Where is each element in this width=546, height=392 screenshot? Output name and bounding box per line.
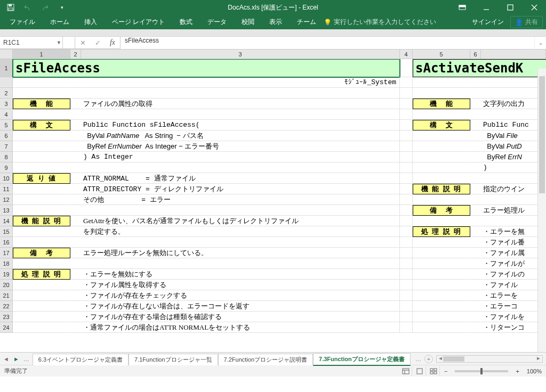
label-kinou-setsumei[interactable]: 機 能 説 明 bbox=[13, 216, 70, 226]
svg-rect-16 bbox=[434, 372, 437, 374]
row-header[interactable]: 14 bbox=[0, 216, 13, 226]
sheet-tab[interactable]: 6.3イベントプロシージャ定義書 bbox=[33, 354, 129, 365]
ribbon-tabs: ファイル ホーム 挿入 ページ レイアウト 数式 データ 校閲 表示 チーム 💡… bbox=[0, 15, 546, 29]
row-header[interactable]: 2 bbox=[0, 88, 13, 99]
zoom-slider[interactable] bbox=[455, 370, 508, 372]
label-bikou[interactable]: 備 考 bbox=[13, 248, 70, 258]
row-header[interactable]: 15 bbox=[0, 226, 13, 237]
zoom-out-icon[interactable]: − bbox=[442, 368, 449, 374]
row-header[interactable]: 18 bbox=[0, 258, 13, 269]
col-header[interactable]: 4 bbox=[400, 50, 413, 59]
page-break-view-icon[interactable] bbox=[428, 366, 440, 376]
tab-nav-next-icon[interactable]: ► bbox=[13, 356, 19, 362]
row-header[interactable]: 7 bbox=[0, 141, 13, 152]
new-sheet-icon[interactable]: + bbox=[424, 355, 433, 363]
row-header[interactable]: 24 bbox=[0, 322, 13, 333]
signin-link[interactable]: サインイン bbox=[472, 18, 504, 27]
row-header[interactable]: 12 bbox=[0, 194, 13, 205]
label-koubun[interactable]: 構 文 bbox=[413, 120, 470, 130]
sheet-tab[interactable]: 7.1Functionプロシージャ一覧 bbox=[129, 354, 218, 365]
page-layout-view-icon[interactable] bbox=[414, 366, 426, 376]
scrollbar-thumb[interactable] bbox=[443, 356, 464, 362]
tab-nav-prev-icon[interactable]: ◄ bbox=[3, 356, 9, 362]
tab-more-icon[interactable]: … bbox=[415, 356, 421, 362]
label-kinou[interactable]: 機 能 bbox=[13, 99, 70, 109]
spreadsheet-grid[interactable]: 1 2 3 4 5 6 1 sFileAccess sActivateSendK… bbox=[0, 50, 546, 352]
col-header[interactable] bbox=[481, 50, 546, 59]
label-kinou[interactable]: 機 能 bbox=[413, 99, 470, 109]
row-header[interactable]: 1 bbox=[0, 59, 13, 77]
row-header[interactable]: 11 bbox=[0, 184, 13, 194]
fx-icon[interactable]: fx bbox=[105, 38, 120, 47]
tab-file[interactable]: ファイル bbox=[2, 15, 43, 29]
tab-nav-more-icon[interactable]: … bbox=[23, 356, 29, 362]
row-header[interactable]: 21 bbox=[0, 290, 13, 301]
col-header[interactable]: 2 bbox=[70, 50, 81, 59]
formula-input[interactable]: sFileAccess bbox=[121, 37, 534, 49]
tab-data[interactable]: データ bbox=[200, 15, 234, 29]
row-header[interactable]: 10 bbox=[0, 173, 13, 184]
row-header[interactable] bbox=[0, 77, 13, 88]
tab-review[interactable]: 校閲 bbox=[234, 15, 262, 29]
minimize-button[interactable] bbox=[474, 0, 498, 15]
row-header[interactable]: 13 bbox=[0, 205, 13, 216]
row-header[interactable]: 16 bbox=[0, 237, 13, 248]
name-box[interactable]: R1C1 ▼ bbox=[0, 37, 63, 49]
sheet-tab-active[interactable]: 7.3Functionプロシージャ定義書 bbox=[313, 353, 411, 366]
row-header[interactable]: 17 bbox=[0, 248, 13, 258]
redo-icon[interactable] bbox=[38, 1, 51, 14]
tab-insert[interactable]: 挿入 bbox=[77, 15, 105, 29]
tab-home[interactable]: ホーム bbox=[43, 15, 77, 29]
title-cell-right[interactable]: sActivateSendK bbox=[413, 59, 546, 77]
col-header[interactable]: 3 bbox=[81, 50, 400, 59]
label-kinou-setsumei[interactable]: 機 能 説 明 bbox=[413, 184, 470, 194]
zoom-level[interactable]: 100% bbox=[527, 368, 542, 374]
module-name[interactable]: ﾓｼﾞｭｰﾙ_System bbox=[81, 77, 400, 88]
save-icon[interactable] bbox=[4, 1, 17, 14]
chevron-down-icon[interactable]: ▼ bbox=[57, 40, 61, 45]
scroll-left-icon[interactable]: ◄ bbox=[438, 355, 443, 361]
expand-formula-icon[interactable]: ⌄ bbox=[534, 37, 546, 49]
row-header[interactable]: 3 bbox=[0, 99, 13, 109]
col-header[interactable]: 6 bbox=[470, 50, 481, 59]
horizontal-scrollbar[interactable]: ◄ ► bbox=[436, 355, 543, 363]
ribbon-options-icon[interactable] bbox=[450, 0, 474, 15]
row-header[interactable]: 19 bbox=[0, 269, 13, 280]
scroll-right-icon[interactable]: ► bbox=[536, 355, 541, 361]
close-button[interactable] bbox=[522, 0, 546, 15]
tab-view[interactable]: 表示 bbox=[262, 15, 290, 29]
select-all-corner[interactable] bbox=[0, 50, 13, 59]
tab-team[interactable]: チーム bbox=[290, 15, 324, 29]
share-button[interactable]: 👤 共有 bbox=[510, 16, 543, 28]
cancel-formula-icon[interactable]: ✕ bbox=[75, 39, 90, 47]
zoom-in-icon[interactable]: + bbox=[513, 368, 521, 374]
row-header[interactable]: 23 bbox=[0, 312, 13, 322]
undo-icon[interactable] bbox=[21, 1, 34, 14]
tab-pagelayout[interactable]: ページ レイアウト bbox=[105, 15, 172, 29]
title-cell-left[interactable]: sFileAccess bbox=[13, 59, 400, 77]
label-koubun[interactable]: 構 文 bbox=[13, 120, 70, 130]
scrollbar-thumb[interactable] bbox=[539, 76, 545, 193]
label-shori-setsumei[interactable]: 処 理 説 明 bbox=[413, 226, 470, 237]
label-kaeri[interactable]: 返 り 値 bbox=[13, 173, 70, 184]
tab-formulas[interactable]: 数式 bbox=[172, 15, 200, 29]
row-header[interactable]: 20 bbox=[0, 280, 13, 290]
sheet-tab[interactable]: 7.2Functionプロシージャ説明書 bbox=[218, 354, 313, 365]
tell-me-search[interactable]: 💡 実行したい作業を入力してください bbox=[324, 18, 436, 27]
label-bikou[interactable]: 備 考 bbox=[413, 205, 470, 216]
row-header[interactable]: 22 bbox=[0, 301, 13, 312]
vertical-scrollbar[interactable] bbox=[537, 69, 546, 352]
zoom-thumb[interactable] bbox=[480, 368, 483, 374]
row-header[interactable]: 8 bbox=[0, 152, 13, 162]
enter-formula-icon[interactable]: ✓ bbox=[90, 39, 105, 47]
col-header[interactable]: 5 bbox=[413, 50, 470, 59]
row-header[interactable]: 4 bbox=[0, 109, 13, 120]
qat-customize-icon[interactable]: ▾ bbox=[55, 1, 68, 14]
col-header[interactable]: 1 bbox=[13, 50, 70, 59]
row-header[interactable]: 5 bbox=[0, 120, 13, 130]
normal-view-icon[interactable] bbox=[400, 366, 412, 376]
row-header[interactable]: 9 bbox=[0, 162, 13, 173]
label-shori-setsumei[interactable]: 処 理 説 明 bbox=[13, 269, 70, 280]
row-header[interactable]: 6 bbox=[0, 130, 13, 141]
maximize-button[interactable] bbox=[498, 0, 522, 15]
